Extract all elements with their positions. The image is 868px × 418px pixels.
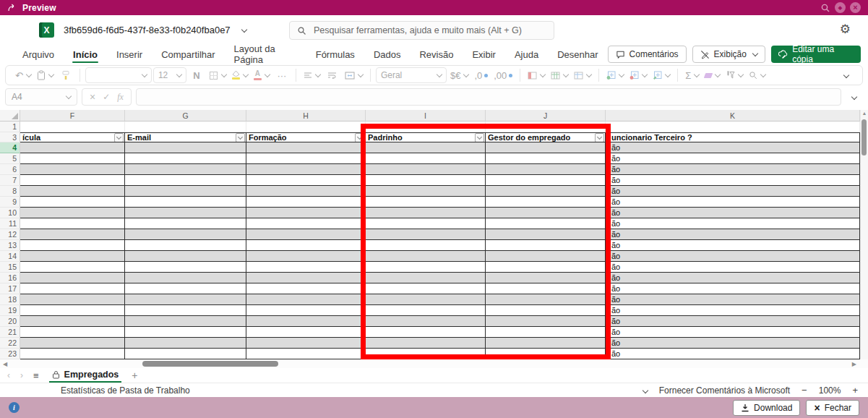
format-table-button[interactable] <box>549 67 570 83</box>
cell-f7[interactable] <box>20 175 125 186</box>
font-family-select[interactable] <box>85 67 152 83</box>
cell-g4[interactable] <box>125 142 246 153</box>
align-button[interactable] <box>301 67 322 83</box>
cell-h19[interactable] <box>246 305 366 316</box>
enter-icon[interactable]: ✓ <box>103 92 110 102</box>
cell-h4[interactable] <box>246 142 366 153</box>
row-header-21[interactable]: 21 <box>0 327 20 338</box>
autosum-button[interactable]: Σ <box>683 67 701 83</box>
column-header-i[interactable]: I <box>366 110 486 121</box>
conditional-formatting-button[interactable] <box>525 67 547 83</box>
cell-f21[interactable] <box>20 327 125 338</box>
cell-k17[interactable]: ão <box>606 283 860 294</box>
cell-h16[interactable] <box>246 273 366 283</box>
header-cell-padrinho[interactable]: Padrinho <box>366 132 486 142</box>
cell-h7[interactable] <box>246 175 366 186</box>
zoom-out-button[interactable]: − <box>802 385 807 396</box>
cell-g23[interactable] <box>125 349 246 359</box>
format-painter-icon[interactable] <box>57 67 74 83</box>
cell-g8[interactable] <box>125 186 246 197</box>
cell-h22[interactable] <box>246 338 366 349</box>
cell-k4[interactable]: ão <box>606 142 860 153</box>
cell-h23[interactable] <box>246 349 366 359</box>
cell-f19[interactable] <box>20 305 125 316</box>
zoom-level[interactable]: 100% <box>819 385 841 396</box>
header-cell-formacao[interactable]: Formação <box>246 132 366 142</box>
cell-i8[interactable] <box>366 186 486 197</box>
cell-j22[interactable] <box>486 338 606 349</box>
cell-i19[interactable] <box>366 305 486 316</box>
cell-f20[interactable] <box>20 316 125 327</box>
horizontal-scroll-thumb[interactable] <box>142 361 278 367</box>
fill-color-button[interactable] <box>230 67 250 83</box>
column-header-f[interactable]: F <box>20 110 125 121</box>
insert-cells-button[interactable] <box>604 67 626 83</box>
cell-k13[interactable]: ão <box>606 240 860 251</box>
cell-h6[interactable] <box>246 164 366 175</box>
cell-h9[interactable] <box>246 197 366 208</box>
header-cell-icula[interactable]: ícula <box>20 132 125 142</box>
cell-f1[interactable] <box>20 121 125 132</box>
scroll-right-icon[interactable]: ▶ <box>852 361 856 367</box>
cell-k18[interactable]: ão <box>606 294 860 305</box>
sort-filter-button[interactable] <box>723 67 745 83</box>
workbook-filename[interactable]: 3fb659d6-f6d5-437f-8e33-f0b240fba0e7 <box>64 25 231 35</box>
cell-i4[interactable] <box>366 142 486 153</box>
cell-h1[interactable] <box>246 121 366 132</box>
cell-h21[interactable] <box>246 327 366 338</box>
clear-button[interactable] <box>702 67 722 83</box>
column-header-j[interactable]: J <box>486 110 606 121</box>
cell-g22[interactable] <box>125 338 246 349</box>
cell-k6[interactable]: ão <box>606 164 860 175</box>
cell-i5[interactable] <box>366 153 486 164</box>
cell-g14[interactable] <box>125 251 246 262</box>
header-cell-gestor-do-empregado[interactable]: Gestor do empregado <box>486 132 606 142</box>
cell-i20[interactable] <box>366 316 486 327</box>
cell-g21[interactable] <box>125 327 246 338</box>
cell-g1[interactable] <box>125 121 246 132</box>
delete-cells-button[interactable] <box>627 67 649 83</box>
row-header-17[interactable]: 17 <box>0 283 20 294</box>
cell-g7[interactable] <box>125 175 246 186</box>
merge-cells-button[interactable] <box>343 67 365 83</box>
column-header-h[interactable]: H <box>246 110 366 121</box>
filter-icon[interactable] <box>595 133 604 142</box>
cell-f13[interactable] <box>20 240 125 251</box>
insert-function-icon[interactable]: fx <box>117 92 124 103</box>
menu-item-formulas[interactable]: Fórmulas <box>306 45 364 64</box>
cell-h14[interactable] <box>246 251 366 262</box>
cell-j23[interactable] <box>486 349 606 359</box>
settings-gear-icon[interactable]: ⚙ <box>840 22 851 37</box>
cell-i12[interactable] <box>366 229 486 240</box>
horizontal-scrollbar[interactable]: ◀ ▶ <box>0 359 868 368</box>
cell-h10[interactable] <box>246 208 366 218</box>
paste-button[interactable] <box>35 67 56 83</box>
row-header-10[interactable]: 10 <box>0 208 20 218</box>
filter-icon[interactable] <box>355 133 364 142</box>
cell-k7[interactable]: ão <box>606 175 860 186</box>
row-header-3[interactable]: 3 <box>0 132 20 142</box>
cell-k1[interactable] <box>606 121 860 132</box>
cell-j12[interactable] <box>486 229 606 240</box>
row-header-12[interactable]: 12 <box>0 229 20 240</box>
row-header-13[interactable]: 13 <box>0 240 20 251</box>
cell-j7[interactable] <box>486 175 606 186</box>
comments-button[interactable]: Comentários <box>608 46 687 63</box>
cell-f5[interactable] <box>20 153 125 164</box>
cell-i13[interactable] <box>366 240 486 251</box>
menu-item-inicio[interactable]: Início <box>64 45 107 64</box>
cell-i6[interactable] <box>366 164 486 175</box>
cell-k14[interactable]: ão <box>606 251 860 262</box>
cell-k16[interactable]: ão <box>606 273 860 283</box>
file-menu-chevron-icon[interactable] <box>241 26 246 32</box>
cell-k10[interactable]: ão <box>606 208 860 218</box>
cell-j20[interactable] <box>486 316 606 327</box>
row-header-22[interactable]: 22 <box>0 338 20 349</box>
cell-j11[interactable] <box>486 218 606 229</box>
cell-k5[interactable]: ão <box>606 153 860 164</box>
filter-icon[interactable] <box>114 133 124 142</box>
header-cell-e-mail[interactable]: E-mail <box>125 132 246 142</box>
row-header-4[interactable]: 4 <box>0 142 20 153</box>
cell-h15[interactable] <box>246 262 366 273</box>
view-mode-button[interactable]: Exibição <box>692 46 765 63</box>
